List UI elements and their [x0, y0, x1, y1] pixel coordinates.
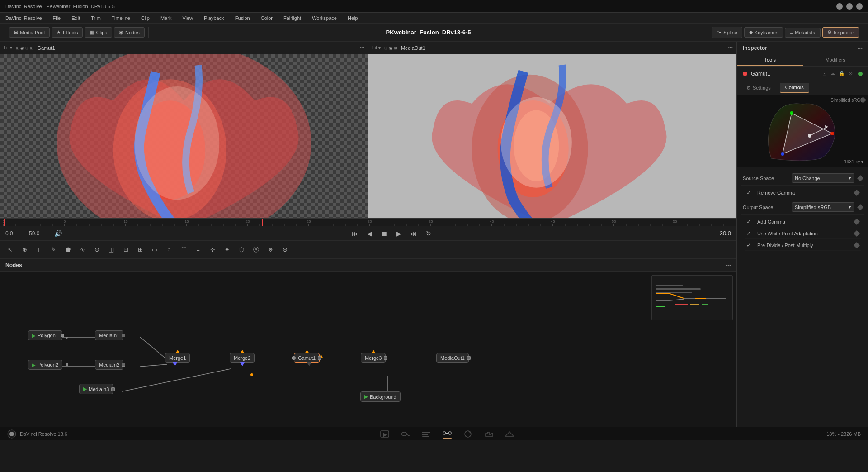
rect-tool[interactable]: ▭: [148, 243, 161, 256]
menu-mark[interactable]: Mark: [159, 14, 173, 22]
text2-tool[interactable]: Ⓐ: [250, 243, 262, 256]
curve-tool[interactable]: ⌣: [192, 243, 204, 256]
cut-tab[interactable]: [401, 430, 410, 438]
keyframes-button[interactable]: ◆ Keyframes: [744, 27, 783, 38]
stop-button[interactable]: ⏹: [379, 229, 389, 238]
eraser-tool[interactable]: ◫: [105, 243, 118, 256]
viewer-left-canvas[interactable]: [0, 54, 368, 218]
use-white-point-label: Use White Point Adaptation: [757, 231, 818, 236]
node-mediain3[interactable]: ▶ MediaIn3: [79, 384, 113, 394]
node-icon-3[interactable]: 🔒: [839, 71, 845, 76]
node-gamut1[interactable]: Gamut1: [294, 353, 320, 363]
node-polygon2[interactable]: ▶ Polygon2: [28, 360, 62, 370]
paste-tool[interactable]: ⊞: [134, 243, 146, 256]
maximize-btn[interactable]: [846, 3, 853, 10]
transform-tool[interactable]: ⊕: [18, 243, 31, 256]
remove-gamma-check[interactable]: ✓: [746, 189, 754, 196]
nodes-button[interactable]: ◉ Nodes: [114, 27, 145, 38]
menu-color[interactable]: Color: [259, 14, 274, 22]
viewer-right-more[interactable]: •••: [728, 45, 733, 50]
deliver-tab[interactable]: [505, 430, 514, 438]
node-polygon1[interactable]: ▶ Polygon1: [28, 330, 62, 340]
volume-icon[interactable]: 🔊: [52, 229, 64, 238]
circle-tool[interactable]: ○: [163, 243, 175, 256]
node-indicator-dot: [743, 72, 747, 76]
play-button[interactable]: ▶: [395, 229, 403, 238]
go-start-button[interactable]: ⏮: [350, 229, 360, 238]
gamut1-label: Gamut1: [298, 355, 316, 361]
go-end-button[interactable]: ⏭: [409, 229, 419, 238]
menu-workspace[interactable]: Workspace: [310, 14, 339, 22]
mask-tool[interactable]: ⬡: [235, 243, 248, 256]
node-icon-4[interactable]: ⊗: [849, 71, 853, 76]
use-white-point-check[interactable]: ✓: [746, 230, 754, 237]
tracker-tool[interactable]: ⊛: [278, 243, 291, 256]
color-tab[interactable]: [463, 430, 473, 438]
node-merge2[interactable]: Merge2: [230, 353, 255, 363]
menu-playback[interactable]: Playback: [202, 14, 226, 22]
viewer-right-canvas[interactable]: [368, 54, 736, 218]
minimize-btn[interactable]: [836, 3, 843, 10]
fusion-tab[interactable]: [442, 429, 452, 439]
menu-davinci[interactable]: DaVinci Resolve: [4, 14, 44, 22]
menu-file[interactable]: File: [51, 14, 63, 22]
menu-clip[interactable]: Clip: [139, 14, 151, 22]
loop-button[interactable]: ↻: [424, 229, 433, 238]
media-pool-button[interactable]: ⊞ Media Pool: [9, 27, 50, 38]
node-tool[interactable]: ⊹: [206, 243, 219, 256]
fairlight-tab[interactable]: [484, 430, 494, 438]
sub-tab-controls[interactable]: Controls: [780, 83, 809, 93]
output-space-dropdown[interactable]: Simplified sRGB ▾: [792, 202, 854, 212]
inspector-button[interactable]: ⚙ Inspector: [822, 27, 859, 38]
node-mediain1[interactable]: MediaIn1: [95, 330, 123, 340]
menu-trim[interactable]: Trim: [89, 14, 103, 22]
add-gamma-check[interactable]: ✓: [746, 218, 754, 225]
node-merge1[interactable]: Merge1: [165, 353, 190, 363]
viewer-right-fit[interactable]: Fit ▾: [372, 45, 381, 50]
media-tab[interactable]: [380, 430, 390, 438]
nodes-more[interactable]: •••: [726, 262, 731, 268]
select-tool[interactable]: ↖: [4, 243, 16, 256]
svg-point-120: [443, 432, 446, 434]
source-space-dropdown[interactable]: No Change ▾: [792, 173, 854, 183]
particle-tool[interactable]: ⋇: [264, 243, 277, 256]
menu-fusion[interactable]: Fusion: [233, 14, 252, 22]
edit-tab[interactable]: [421, 430, 431, 438]
menu-fairlight[interactable]: Fairlight: [282, 14, 303, 22]
menu-view[interactable]: View: [180, 14, 195, 22]
xy-dropdown-icon[interactable]: ▾: [861, 159, 863, 164]
settings-label[interactable]: Settings: [753, 85, 771, 91]
step-back-button[interactable]: ◀: [365, 229, 374, 238]
text-tool[interactable]: T: [33, 243, 45, 256]
color-tool[interactable]: ⊙: [90, 243, 103, 256]
close-btn[interactable]: [856, 3, 863, 10]
merge1-triangle-top: [175, 350, 180, 353]
path-tool[interactable]: ⌒: [177, 243, 190, 256]
menu-help[interactable]: Help: [346, 14, 360, 22]
checkbox-group-2: ✓ Add Gamma ✓ Use White Point Adaptation…: [741, 215, 864, 253]
node-mediain2[interactable]: MediaIn2: [95, 360, 123, 370]
paint-tool[interactable]: ✎: [47, 243, 60, 256]
inspector-tab-modifiers[interactable]: Modifiers: [803, 54, 868, 66]
polygon-tool[interactable]: ⬟: [61, 243, 74, 256]
copy-tool[interactable]: ⊡: [119, 243, 132, 256]
metadata-button[interactable]: ≡ Metadata: [785, 28, 820, 38]
node-mediaout1[interactable]: MediaOut1: [436, 353, 469, 363]
node-background[interactable]: ▶ Background: [360, 391, 401, 402]
menu-timeline[interactable]: Timeline: [110, 14, 132, 22]
node-icon-1[interactable]: ⊡: [822, 71, 826, 76]
clips-button[interactable]: ▦ Clips: [85, 27, 112, 38]
menu-edit[interactable]: Edit: [70, 14, 82, 22]
spline-button[interactable]: 〜 Spline: [712, 27, 742, 38]
node-canvas[interactable]: ▶ Polygon1 MediaIn1 ▶ Polygon2: [0, 272, 736, 427]
node-icon-2[interactable]: ☁: [830, 71, 835, 76]
inspector-tab-tools[interactable]: Tools: [737, 54, 803, 66]
node-merge3[interactable]: Merge3: [361, 353, 386, 363]
connect-tool[interactable]: ✦: [221, 243, 233, 256]
viewer-left-fit[interactable]: Fit ▾: [4, 45, 12, 50]
viewer-left-more[interactable]: •••: [359, 45, 364, 50]
pre-divide-check[interactable]: ✓: [746, 242, 754, 248]
inspector-more[interactable]: •••: [857, 45, 863, 51]
spline-tool[interactable]: ∿: [76, 243, 89, 256]
effects-button[interactable]: ★ Effects: [52, 27, 83, 38]
